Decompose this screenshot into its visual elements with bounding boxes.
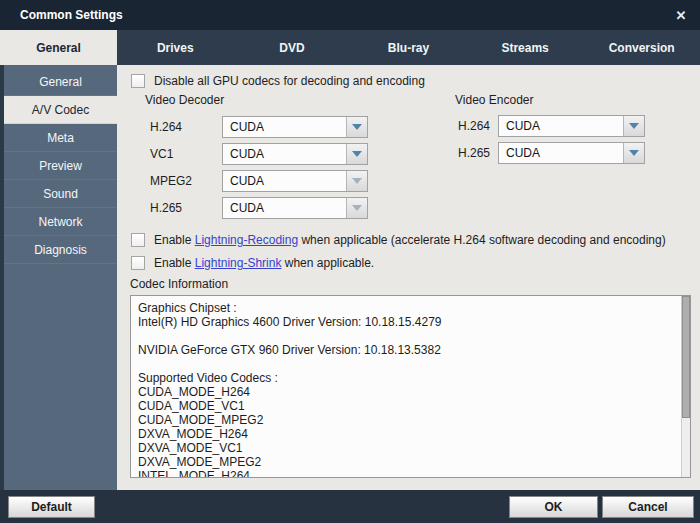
chevron-down-icon <box>623 143 644 163</box>
chevron-down-icon <box>346 144 367 164</box>
sidebar-item-network[interactable]: Network <box>4 208 117 236</box>
decoder-mpeg2-select[interactable]: CUDA <box>222 170 368 192</box>
encoder-h264-label: H.264 <box>458 119 490 133</box>
info-line: Supported Video Codecs : <box>138 371 676 385</box>
info-line: CUDA_MODE_MPEG2 <box>138 413 676 427</box>
cancel-button[interactable]: Cancel <box>602 496 694 518</box>
decoder-h265-label: H.265 <box>150 201 182 215</box>
tab-blu-ray[interactable]: Blu-ray <box>350 30 467 65</box>
shrink-prefix: Enable <box>154 256 195 270</box>
default-button[interactable]: Default <box>8 496 95 518</box>
video-encoder-title: Video Encoder <box>455 93 534 107</box>
info-line: INTEL_MODE_H264 <box>138 469 676 478</box>
info-line: CUDA_MODE_VC1 <box>138 399 676 413</box>
info-line: DXVA_MODE_VC1 <box>138 441 676 455</box>
gpu-codecs-row: Disable all GPU codecs for decoding and … <box>131 74 425 88</box>
av-codec-panel: Disable all GPU codecs for decoding and … <box>117 65 700 490</box>
lightning-shrink-row: Enable Lightning-Shrink when applicable. <box>131 256 374 270</box>
sidebar-item-general[interactable]: General <box>4 68 117 96</box>
info-line: Graphics Chipset : <box>138 301 676 315</box>
encoder-h264-select[interactable]: CUDA <box>498 115 645 137</box>
disable-gpu-codecs-label: Disable all GPU codecs for decoding and … <box>154 74 425 88</box>
dialog-title: Common Settings <box>20 8 123 22</box>
codec-information-box: Graphics Chipset : Intel(R) HD Graphics … <box>130 295 691 478</box>
tab-dvd[interactable]: DVD <box>234 30 351 65</box>
lightning-shrink-link[interactable]: Lightning-Shrink <box>195 256 282 270</box>
encoder-h264-value: CUDA <box>499 116 623 136</box>
decoder-vc1-select[interactable]: CUDA <box>222 143 368 165</box>
decoder-mpeg2-value: CUDA <box>223 171 346 191</box>
video-decoder-title: Video Decoder <box>145 93 224 107</box>
shrink-suffix: when applicable. <box>281 256 374 270</box>
scrollbar[interactable] <box>681 296 690 477</box>
codec-information-text: Graphics Chipset : Intel(R) HD Graphics … <box>138 301 676 478</box>
decoder-h265-select[interactable]: CUDA <box>222 197 368 219</box>
lightning-recoding-label: Enable Lightning-Recoding when applicabl… <box>154 233 666 247</box>
sidebar-item-preview[interactable]: Preview <box>4 152 117 180</box>
title-bar: Common Settings ✕ <box>0 0 700 30</box>
lightning-shrink-label: Enable Lightning-Shrink when applicable. <box>154 256 374 270</box>
sidebar-item-av-codec[interactable]: A/V Codec <box>4 96 117 124</box>
sidebar-item-diagnosis[interactable]: Diagnosis <box>4 236 117 264</box>
info-line: Intel(R) HD Graphics 4600 Driver Version… <box>138 315 676 329</box>
info-line: NVIDIA GeForce GTX 960 Driver Version: 1… <box>138 343 676 357</box>
dialog-body: General A/V Codec Meta Preview Sound Net… <box>0 65 700 490</box>
info-line <box>138 329 676 343</box>
scrollbar-thumb[interactable] <box>682 296 690 418</box>
chevron-down-icon <box>623 116 644 136</box>
lightning-recoding-link[interactable]: Lightning-Recoding <box>195 233 298 247</box>
tab-drives[interactable]: Drives <box>117 30 234 65</box>
decoder-h264-select[interactable]: CUDA <box>222 116 368 138</box>
decoder-h265-value: CUDA <box>223 198 346 218</box>
info-line: DXVA_MODE_H264 <box>138 427 676 441</box>
decoder-vc1-label: VC1 <box>150 147 173 161</box>
lightning-recoding-checkbox[interactable] <box>131 233 145 247</box>
info-line <box>138 357 676 371</box>
close-icon[interactable]: ✕ <box>672 7 690 25</box>
tab-streams[interactable]: Streams <box>467 30 584 65</box>
sidebar: General A/V Codec Meta Preview Sound Net… <box>0 65 117 490</box>
common-settings-dialog: Common Settings ✕ General Drives DVD Blu… <box>0 0 700 523</box>
chevron-down-icon <box>346 198 367 218</box>
tab-conversion[interactable]: Conversion <box>583 30 700 65</box>
footer-bar: Default OK Cancel <box>0 490 700 523</box>
decoder-mpeg2-label: MPEG2 <box>150 174 192 188</box>
disable-gpu-codecs-checkbox[interactable] <box>131 74 145 88</box>
recoding-prefix: Enable <box>154 233 195 247</box>
ok-button[interactable]: OK <box>509 496 598 518</box>
chevron-down-icon <box>346 171 367 191</box>
info-line: CUDA_MODE_H264 <box>138 385 676 399</box>
lightning-recoding-row: Enable Lightning-Recoding when applicabl… <box>131 233 666 247</box>
encoder-h265-select[interactable]: CUDA <box>498 142 645 164</box>
sidebar-item-sound[interactable]: Sound <box>4 180 117 208</box>
codec-information-label: Codec Information <box>130 277 228 291</box>
decoder-h264-value: CUDA <box>223 117 346 137</box>
tab-general[interactable]: General <box>0 30 117 65</box>
encoder-h265-label: H.265 <box>458 146 490 160</box>
tab-bar: General Drives DVD Blu-ray Streams Conve… <box>0 30 700 65</box>
lightning-shrink-checkbox[interactable] <box>131 256 145 270</box>
decoder-h264-label: H.264 <box>150 120 182 134</box>
decoder-vc1-value: CUDA <box>223 144 346 164</box>
info-line: DXVA_MODE_MPEG2 <box>138 455 676 469</box>
recoding-suffix: when applicable (accelerate H.264 softwa… <box>298 233 666 247</box>
sidebar-item-meta[interactable]: Meta <box>4 124 117 152</box>
chevron-down-icon <box>346 117 367 137</box>
encoder-h265-value: CUDA <box>499 143 623 163</box>
